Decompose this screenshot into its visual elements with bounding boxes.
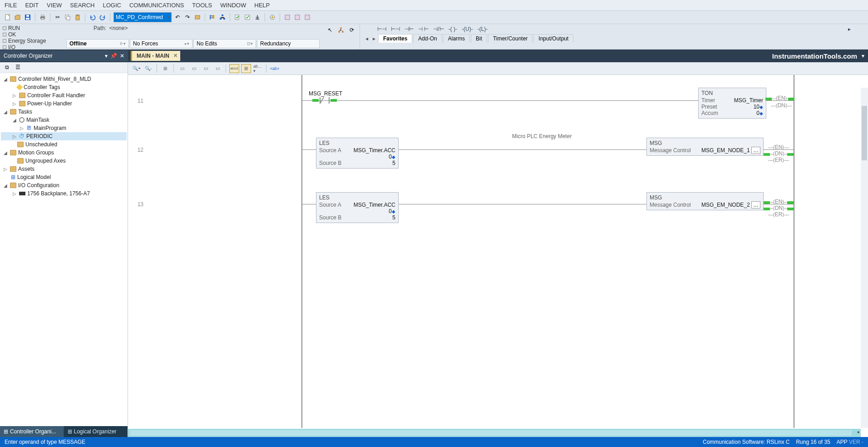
redundancy-label[interactable]: Redundancy bbox=[260, 40, 291, 47]
network-icon[interactable] bbox=[337, 26, 345, 34]
organizer-view1-icon[interactable]: ⧉ bbox=[3, 63, 11, 71]
tag-combo[interactable]: MC_PD_Confirmed bbox=[113, 12, 172, 22]
organizer-dropdown-icon[interactable]: ▾ bbox=[105, 53, 108, 59]
inst-icon-3[interactable]: ⊣⊢ bbox=[404, 26, 414, 32]
ed-btn-abcd[interactable]: abcd bbox=[229, 64, 239, 73]
menu-communications[interactable]: COMMUNICATIONS bbox=[129, 2, 184, 9]
msg-config-button[interactable]: … bbox=[751, 201, 760, 209]
new-icon[interactable] bbox=[4, 13, 12, 21]
noedits-label[interactable]: No Edits bbox=[197, 40, 217, 47]
redo-icon[interactable] bbox=[99, 13, 107, 21]
tab-timer[interactable]: Timer/Counter bbox=[488, 34, 533, 43]
bottom-tab-logical[interactable]: ⊞Logical Organizer bbox=[64, 426, 128, 437]
tree-periodic[interactable]: ▷⏱PERIODIC bbox=[1, 132, 127, 140]
who-active-icon[interactable]: ↖ bbox=[326, 26, 334, 34]
tab-io[interactable]: Input/Output bbox=[533, 34, 573, 43]
undo-icon[interactable] bbox=[89, 13, 97, 21]
copy-icon[interactable] bbox=[64, 13, 72, 21]
misc3-icon[interactable] bbox=[303, 13, 311, 21]
offline-label[interactable]: Offline bbox=[69, 40, 87, 47]
menu-logic[interactable]: LOGIC bbox=[103, 2, 121, 9]
msg-block-1[interactable]: MSG Message ControlMSG_EM_NODE_1 … bbox=[646, 138, 764, 156]
inst-icon-8[interactable]: -(L)- bbox=[478, 26, 488, 32]
les-block-1[interactable]: LES Source AMSG_Timer.ACC 0◆ Source B5 bbox=[316, 138, 399, 169]
organizer-pin-icon[interactable]: 📌 bbox=[110, 53, 117, 59]
ed-btn-xref[interactable]: <ab> bbox=[270, 64, 280, 73]
misc2-icon[interactable] bbox=[293, 13, 301, 21]
tree-logical-model[interactable]: ⊞Logical Model bbox=[1, 173, 127, 181]
close-tab-icon[interactable]: ✕ bbox=[173, 53, 178, 59]
organizer-view2-icon[interactable]: ☰ bbox=[14, 63, 22, 71]
save-icon[interactable] bbox=[24, 13, 32, 21]
bottom-tab-controller[interactable]: ⊞Controller Organi... bbox=[0, 426, 64, 437]
download-icon[interactable] bbox=[253, 13, 261, 21]
menu-edit[interactable]: EDIT bbox=[25, 2, 39, 9]
ladder-canvas[interactable]: 11 MSG_RESET TON TimerMSG_Timer Preset10… bbox=[128, 75, 868, 437]
controller-tree[interactable]: ◢Controller Mithi_River_8_MLD Controller… bbox=[0, 73, 128, 426]
tab-scroll-right-icon[interactable]: ▸ bbox=[371, 35, 377, 42]
zoom-in-icon[interactable]: 🔍+ bbox=[132, 64, 142, 73]
menu-view[interactable]: VIEW bbox=[47, 2, 62, 9]
ed-btn-ab[interactable]: ab… ▾ bbox=[253, 64, 263, 73]
tree-assets[interactable]: ▷Assets bbox=[1, 165, 127, 173]
tab-alarms[interactable]: Alarms bbox=[443, 34, 470, 43]
build-icon[interactable] bbox=[243, 13, 252, 21]
hierarchy-icon[interactable] bbox=[218, 13, 227, 21]
online-icon[interactable] bbox=[268, 13, 276, 21]
noforces-label[interactable]: No Forces bbox=[133, 40, 158, 47]
browse-icon[interactable] bbox=[193, 13, 202, 21]
zoom-out-icon[interactable]: 🔍- bbox=[143, 64, 153, 73]
menu-tools[interactable]: TOOLS bbox=[192, 2, 212, 9]
ton-block[interactable]: TON TimerMSG_Timer Preset10◆ Accum0◆ bbox=[698, 88, 766, 119]
horizontal-scrollbar[interactable]: ▸ bbox=[128, 429, 861, 437]
tree-io-config[interactable]: ◢I/O Configuration bbox=[1, 181, 127, 189]
msg-config-button[interactable]: … bbox=[751, 147, 760, 154]
menu-search[interactable]: SEARCH bbox=[70, 2, 94, 9]
tree-controller[interactable]: ◢Controller Mithi_River_8_MLD bbox=[1, 75, 127, 83]
tree-tasks[interactable]: ◢Tasks bbox=[1, 108, 127, 116]
paste-icon[interactable] bbox=[74, 13, 82, 21]
inst-icon-7[interactable]: -(U)- bbox=[462, 26, 473, 32]
misc1-icon[interactable] bbox=[283, 13, 291, 21]
contact-msg-reset[interactable] bbox=[312, 96, 337, 104]
cut-icon[interactable]: ✂ bbox=[54, 13, 62, 21]
tree-icon[interactable] bbox=[208, 13, 217, 21]
menu-help[interactable]: HELP bbox=[254, 2, 270, 9]
goto-prev-icon[interactable]: ↶ bbox=[173, 13, 182, 21]
menu-window[interactable]: WINDOW bbox=[220, 2, 246, 9]
tree-backplane[interactable]: ▷1756 Backplane, 1756-A7 bbox=[1, 189, 127, 198]
tree-fault-handler[interactable]: ▷Controller Fault Handler bbox=[1, 91, 127, 99]
inst-icon-6[interactable]: -( )- bbox=[449, 26, 457, 32]
tab-favorites[interactable]: Favorites bbox=[378, 34, 412, 43]
inst-icon-2[interactable]: ⊢⊣ bbox=[391, 26, 400, 32]
refresh-icon[interactable]: ⟳ bbox=[348, 26, 356, 34]
print-icon[interactable] bbox=[39, 13, 47, 21]
tree-unscheduled[interactable]: Unscheduled bbox=[1, 140, 127, 149]
verify-icon[interactable] bbox=[233, 13, 242, 21]
vertical-scrollbar[interactable] bbox=[861, 88, 868, 428]
ed-btn-3[interactable]: ▭ bbox=[189, 64, 199, 73]
tree-motion-groups[interactable]: ◢Motion Groups bbox=[1, 149, 127, 157]
msg-block-2[interactable]: MSG Message ControlMSG_EM_NODE_2 … bbox=[646, 192, 764, 210]
goto-next-icon[interactable]: ↷ bbox=[183, 13, 192, 21]
open-icon[interactable] bbox=[14, 13, 22, 21]
ed-btn-4[interactable]: ▭ bbox=[201, 64, 211, 73]
ed-btn-1[interactable]: ⊞ bbox=[160, 64, 170, 73]
organizer-close-icon[interactable]: ✕ bbox=[120, 53, 124, 59]
document-tab-main[interactable]: MAIN - MAIN✕ bbox=[131, 51, 180, 61]
tag-msg-reset[interactable]: MSG_RESET bbox=[309, 90, 342, 97]
inst-icon-5[interactable]: ⊣/⊢ bbox=[433, 26, 444, 32]
tab-scroll-left-icon[interactable]: ◂ bbox=[364, 35, 370, 42]
inst-icon-9[interactable]: ▸ bbox=[848, 26, 851, 32]
tree-powerup[interactable]: ▷Power-Up Handler bbox=[1, 99, 127, 108]
inst-icon-1[interactable]: ⊢⊣ bbox=[377, 26, 386, 32]
tree-mainprogram[interactable]: ▷🖹MainProgram bbox=[1, 124, 127, 132]
ed-btn-5[interactable]: ▭ bbox=[212, 64, 222, 73]
brand-dropdown-icon[interactable]: ▾ bbox=[862, 53, 864, 59]
inst-icon-4[interactable]: ⊣ ⊢ bbox=[418, 26, 429, 32]
tab-bit[interactable]: Bit bbox=[471, 34, 487, 43]
menu-file[interactable]: FILE bbox=[5, 2, 17, 9]
tree-controller-tags[interactable]: Controller Tags bbox=[1, 83, 127, 91]
ed-btn-tag[interactable]: ⊞ bbox=[241, 64, 251, 73]
ed-btn-2[interactable]: ▭ bbox=[177, 64, 187, 73]
